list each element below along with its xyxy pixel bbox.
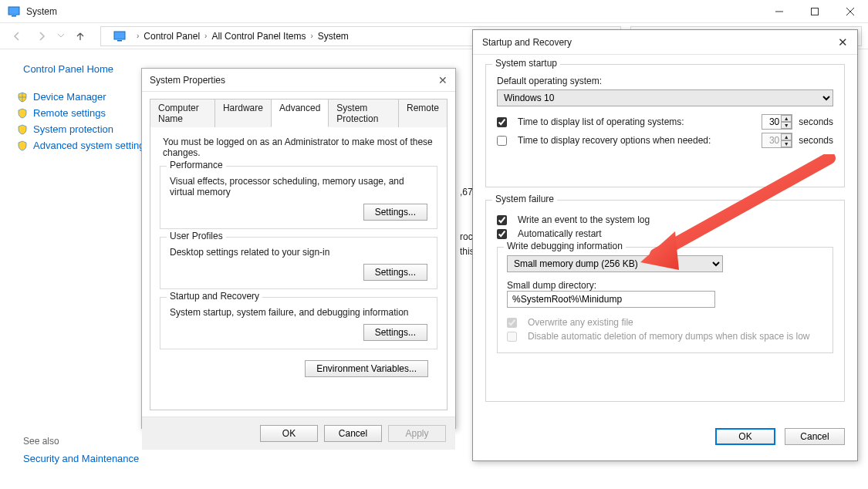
close-icon[interactable]: ✕ <box>438 74 448 86</box>
tab-remote[interactable]: Remote <box>398 99 448 127</box>
time-recovery-spinner[interactable]: ▲▼ <box>762 133 792 148</box>
close-icon[interactable]: ✕ <box>838 35 848 49</box>
breadcrumb-item[interactable]: All Control Panel Items <box>211 31 306 42</box>
left-link-label: Device Manager <box>33 91 106 103</box>
admin-notice: You must be logged on as an Administrato… <box>163 137 437 158</box>
window-title: System <box>26 6 762 17</box>
userprofiles-desc: Desktop settings related to your sign-in <box>170 247 427 258</box>
left-link-label: System protection <box>33 123 113 135</box>
sysprops-tabs: Computer Name Hardware Advanced System P… <box>142 93 455 126</box>
left-link-label: Advanced system settings <box>33 140 150 151</box>
system-startup-group: System startup <box>492 58 560 69</box>
default-os-label: Default operating system: <box>497 76 833 86</box>
performance-settings-button[interactable]: Settings... <box>363 204 427 221</box>
startup-recovery-settings-button[interactable]: Settings... <box>363 324 427 341</box>
userprofiles-group: User Profiles <box>167 231 226 241</box>
overwrite-label: Overwrite any existing file <box>528 317 633 328</box>
time-recovery-label: Time to display recovery options when ne… <box>518 135 755 146</box>
shield-icon <box>17 124 28 135</box>
shield-icon <box>17 140 28 151</box>
forward-button[interactable] <box>31 26 52 46</box>
minimize-button[interactable] <box>762 0 797 23</box>
svg-rect-3 <box>812 8 819 15</box>
close-button[interactable] <box>833 0 868 23</box>
dialog-title: Startup and Recovery <box>482 37 572 48</box>
breadcrumb-item[interactable]: Control Panel <box>144 31 200 42</box>
cancel-button[interactable]: Cancel <box>324 425 382 442</box>
performance-desc: Visual effects, processor scheduling, me… <box>170 176 427 197</box>
disable-delete-checkbox <box>507 332 517 342</box>
ok-button[interactable]: OK <box>260 425 318 442</box>
environment-variables-button[interactable]: Environment Variables... <box>305 360 428 377</box>
dump-type-select[interactable]: Small memory dump (256 KB) <box>507 255 723 272</box>
time-list-spinner[interactable]: ▲▼ <box>762 114 792 130</box>
system-failure-group: System failure <box>492 194 557 204</box>
performance-group: Performance <box>167 160 226 170</box>
tab-system-protection[interactable]: System Protection <box>328 99 399 127</box>
up-button[interactable] <box>69 26 91 46</box>
system-properties-dialog: System Properties ✕ Computer Name Hardwa… <box>141 68 456 429</box>
system-icon <box>8 5 20 18</box>
svg-rect-1 <box>12 15 16 17</box>
system-protection-link[interactable]: System protection <box>17 121 150 137</box>
shield-icon <box>17 92 28 103</box>
dialog-title: System Properties <box>150 75 225 86</box>
disable-delete-label: Disable automatic deletion of memory dum… <box>528 331 810 342</box>
dump-dir-label: Small dump directory: <box>507 280 823 291</box>
see-also-header: See also <box>23 436 139 447</box>
time-list-checkbox[interactable] <box>497 117 507 127</box>
window-titlebar: System <box>0 0 868 23</box>
svg-rect-0 <box>8 7 19 15</box>
maximize-button[interactable] <box>797 0 833 23</box>
userprofiles-settings-button[interactable]: Settings... <box>363 264 427 281</box>
write-debug-group: Write debugging information <box>504 241 626 251</box>
tab-advanced[interactable]: Advanced <box>271 99 329 127</box>
seconds-label: seconds <box>799 116 833 127</box>
startup-recovery-group: Startup and Recovery <box>167 291 262 302</box>
write-event-checkbox[interactable] <box>497 215 507 225</box>
time-list-label: Time to display list of operating system… <box>518 116 755 127</box>
device-manager-link[interactable]: Device Manager <box>17 89 150 105</box>
breadcrumb-item[interactable]: System <box>318 31 349 42</box>
system-icon <box>113 30 126 42</box>
startup-recovery-dialog: Startup and Recovery ✕ System startup De… <box>472 29 858 461</box>
overwrite-checkbox <box>507 318 517 328</box>
time-recovery-checkbox[interactable] <box>497 136 507 146</box>
startup-recovery-desc: System startup, system failure, and debu… <box>170 307 427 318</box>
recent-dropdown[interactable] <box>56 26 66 46</box>
tab-hardware[interactable]: Hardware <box>214 99 272 127</box>
left-pane: Control Panel Home Device Manager Remote… <box>0 49 158 489</box>
svg-rect-6 <box>114 32 125 39</box>
shield-icon <box>17 108 28 119</box>
apply-button[interactable]: Apply <box>388 425 446 442</box>
advanced-system-settings-link[interactable]: Advanced system settings <box>17 137 150 153</box>
auto-restart-label: Automatically restart <box>518 228 602 239</box>
seconds-label: seconds <box>799 135 833 146</box>
security-maintenance-link[interactable]: Security and Maintenance <box>23 453 139 464</box>
dump-dir-input[interactable] <box>507 291 715 308</box>
auto-restart-checkbox[interactable] <box>497 229 507 239</box>
back-button[interactable] <box>6 26 28 46</box>
default-os-select[interactable]: Windows 10 <box>497 89 833 106</box>
write-event-label: Write an event to the system log <box>518 214 650 225</box>
svg-rect-7 <box>117 40 122 42</box>
tab-computer-name[interactable]: Computer Name <box>150 99 215 127</box>
control-panel-home-link[interactable]: Control Panel Home <box>23 63 150 75</box>
remote-settings-link[interactable]: Remote settings <box>17 105 150 121</box>
left-link-label: Remote settings <box>33 107 106 119</box>
cancel-button[interactable]: Cancel <box>785 428 845 445</box>
ok-button[interactable]: OK <box>715 428 775 445</box>
